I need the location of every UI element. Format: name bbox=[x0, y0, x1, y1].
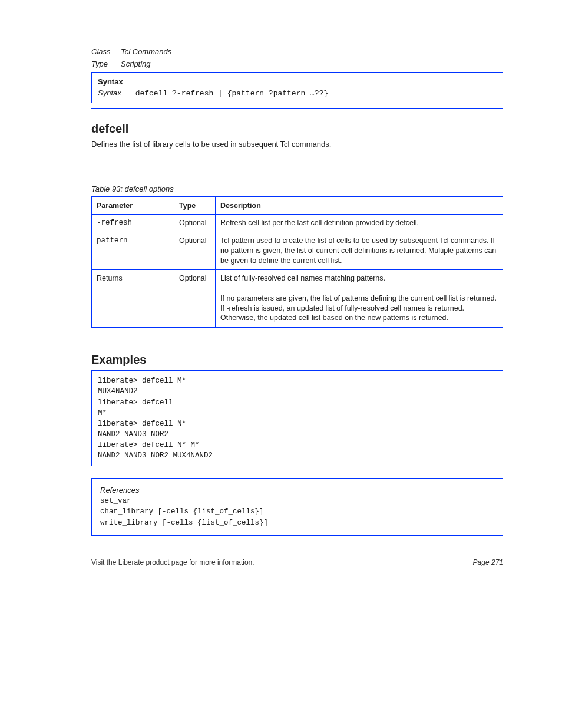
cell-type: Optional bbox=[174, 215, 216, 232]
options-table: Parameter Type Description -refresh Opti… bbox=[91, 196, 503, 329]
syntax-box: Syntax Syntax defcell ?-refresh | {patte… bbox=[91, 72, 503, 103]
table-row: pattern Optional Tcl pattern used to cre… bbox=[92, 232, 503, 270]
references-label: References bbox=[100, 486, 494, 495]
references-box: References set_var char_library [-cells … bbox=[91, 478, 503, 535]
examples-code: liberate> defcell M* MUX4NAND2 liberate>… bbox=[98, 375, 497, 461]
syntax-label: Syntax bbox=[98, 88, 133, 97]
examples-box: liberate> defcell M* MUX4NAND2 liberate>… bbox=[91, 370, 503, 466]
cell-desc-line0: List of fully-resolved cell names matchi… bbox=[220, 274, 385, 282]
th-type: Type bbox=[174, 196, 216, 215]
syntax-box-title: Syntax bbox=[98, 77, 123, 86]
header-type: Type Scripting bbox=[91, 60, 503, 68]
th-description: Description bbox=[216, 196, 503, 215]
footer-right: Page 271 bbox=[473, 558, 503, 566]
header-type-label: Type bbox=[91, 60, 121, 68]
divider-mid bbox=[91, 176, 503, 176]
cell-desc: Refresh cell list per the last cell defi… bbox=[216, 215, 503, 232]
header-class: Class Tcl Commands bbox=[91, 47, 503, 56]
table-row: -refresh Optional Refresh cell list per … bbox=[92, 215, 503, 232]
section-title-defcell: defcell bbox=[91, 122, 503, 136]
cell-type: Optional bbox=[174, 232, 216, 270]
th-parameter: Parameter bbox=[92, 196, 174, 215]
cell-desc-line1: If no parameters are given, the list of … bbox=[220, 294, 497, 322]
cell-desc: Tcl pattern used to create the list of c… bbox=[216, 232, 503, 270]
section-title-examples: Examples bbox=[91, 353, 503, 367]
page-footer: Visit the Liberate product page for more… bbox=[91, 558, 503, 566]
table-row: Returns Optional List of fully-resolved … bbox=[92, 269, 503, 327]
syntax-code: defcell ?-refresh | {pattern ?pattern …?… bbox=[135, 89, 329, 98]
cell-desc: List of fully-resolved cell names matchi… bbox=[216, 269, 503, 327]
header-type-value: Scripting bbox=[121, 60, 151, 68]
cell-param: pattern bbox=[92, 232, 174, 270]
section-para-defcell: Defines the list of library cells to be … bbox=[91, 139, 503, 150]
divider-top bbox=[91, 108, 503, 109]
cell-type: Optional bbox=[174, 269, 216, 327]
table-header-row: Parameter Type Description bbox=[92, 196, 503, 215]
table-caption: Table 93: defcell options bbox=[91, 185, 503, 193]
footer-left: Visit the Liberate product page for more… bbox=[91, 558, 254, 566]
header-class-value: Tcl Commands bbox=[121, 47, 171, 56]
cell-param: Returns bbox=[92, 269, 174, 327]
cell-param: -refresh bbox=[92, 215, 174, 232]
references-code: set_var char_library [-cells {list_of_ce… bbox=[100, 496, 494, 528]
header-class-label: Class bbox=[91, 47, 121, 56]
